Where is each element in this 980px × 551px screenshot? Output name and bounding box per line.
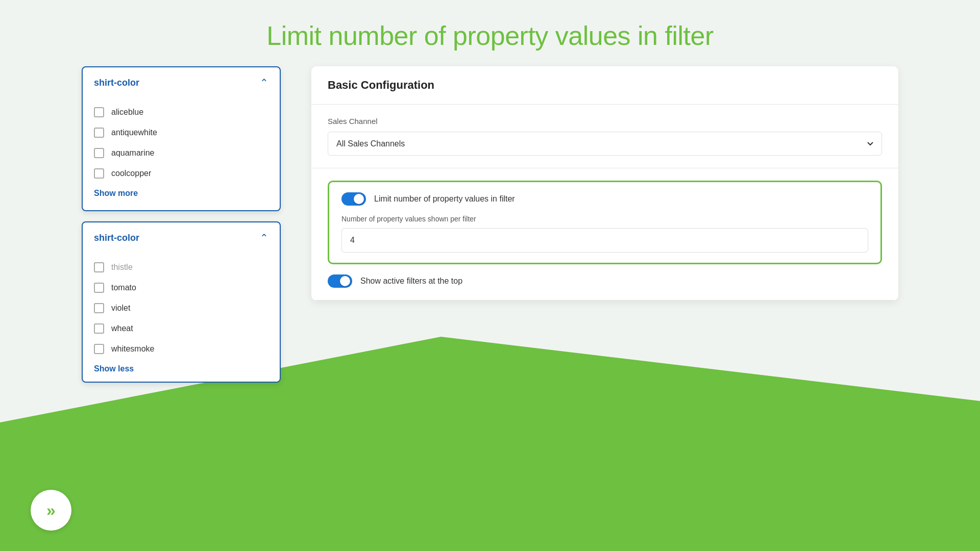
filter-item-2-0: thistle — [94, 257, 280, 278]
filter-label-1-1: antiquewhite — [111, 128, 157, 137]
logo-circle: » — [31, 490, 71, 531]
config-header: Basic Configuration — [311, 66, 898, 105]
checkbox-1-0[interactable] — [94, 107, 104, 117]
filter-item-2-3: wheat — [94, 318, 280, 339]
number-input-label: Number of property values shown per filt… — [341, 215, 868, 223]
active-filters-toggle-slider — [328, 274, 352, 288]
filter-label-2-3: wheat — [111, 324, 133, 333]
filter-item-1-1: antiquewhite — [94, 122, 268, 143]
filter-item-1-0: aliceblue — [94, 102, 268, 122]
number-of-values-input[interactable] — [341, 228, 868, 253]
filter-label-2-1: tomato — [111, 283, 136, 292]
show-less-button[interactable]: Show less — [94, 359, 134, 378]
filter-items-scroll[interactable]: thistle tomato violet wheat whitesmoke — [83, 253, 280, 382]
logo-area: » — [31, 490, 71, 531]
filter-panel-2: shirt-color ⌃ thistle tomato violet — [82, 221, 281, 383]
filter-label-1-0: aliceblue — [111, 108, 143, 117]
checkbox-1-2[interactable] — [94, 148, 104, 158]
active-filters-label: Show active filters at the top — [360, 277, 462, 286]
filter-header-2[interactable]: shirt-color ⌃ — [83, 222, 280, 253]
page-header: Limit number of property values in filte… — [0, 0, 980, 66]
checkbox-2-2[interactable] — [94, 303, 104, 313]
sales-channel-label: Sales Channel — [328, 117, 882, 126]
config-panel: Basic Configuration Sales Channel All Sa… — [311, 66, 898, 300]
filter-label-2-0: thistle — [111, 263, 133, 272]
active-filters-row: Show active filters at the top — [328, 274, 882, 288]
filter-label-2-4: whitesmoke — [111, 344, 154, 354]
chevron-up-icon-2: ⌃ — [260, 232, 268, 244]
limit-toggle-slider — [341, 192, 366, 206]
checkbox-2-3[interactable] — [94, 323, 104, 334]
logo-icon: » — [46, 501, 56, 520]
left-panels: shirt-color ⌃ aliceblue antiquewhite aqu… — [82, 66, 281, 383]
active-filters-toggle[interactable] — [328, 274, 352, 288]
chevron-up-icon-1: ⌃ — [260, 77, 268, 89]
filter-item-2-4: whitesmoke — [94, 339, 280, 359]
limit-toggle-row: Limit number of property values in filte… — [341, 192, 868, 206]
filter-title-2: shirt-color — [94, 233, 139, 243]
filter-label-2-2: violet — [111, 304, 130, 313]
filter-item-2-1: tomato — [94, 278, 280, 298]
checkbox-2-1[interactable] — [94, 283, 104, 293]
page-title: Limit number of property values in filte… — [0, 20, 980, 51]
checkbox-2-0[interactable] — [94, 262, 104, 272]
filter-items-1: aliceblue antiquewhite aquamarine coolco… — [83, 98, 280, 210]
filter-item-1-2: aquamarine — [94, 143, 268, 163]
sales-channel-section: Sales Channel All Sales Channels Default… — [311, 105, 898, 168]
limit-feature-label: Limit number of property values in filte… — [374, 194, 515, 204]
limit-feature-box: Limit number of property values in filte… — [328, 181, 882, 264]
config-title: Basic Configuration — [328, 79, 434, 91]
filter-label-1-2: aquamarine — [111, 148, 155, 158]
sales-channel-select[interactable]: All Sales Channels Default Sales Channel… — [328, 132, 882, 156]
show-more-button[interactable]: Show more — [94, 184, 138, 202]
filter-panel-1: shirt-color ⌃ aliceblue antiquewhite aqu… — [82, 66, 281, 211]
filter-label-1-3: coolcopper — [111, 169, 151, 178]
limit-toggle[interactable] — [341, 192, 366, 206]
filter-header-1[interactable]: shirt-color ⌃ — [83, 67, 280, 98]
checkbox-2-4[interactable] — [94, 344, 104, 354]
checkbox-1-1[interactable] — [94, 128, 104, 138]
checkbox-1-3[interactable] — [94, 168, 104, 179]
filter-item-2-2: violet — [94, 298, 280, 318]
filter-item-1-3: coolcopper — [94, 163, 268, 184]
feature-section: Limit number of property values in filte… — [311, 168, 898, 300]
filter-title-1: shirt-color — [94, 78, 139, 88]
content-area: shirt-color ⌃ aliceblue antiquewhite aqu… — [0, 66, 980, 383]
